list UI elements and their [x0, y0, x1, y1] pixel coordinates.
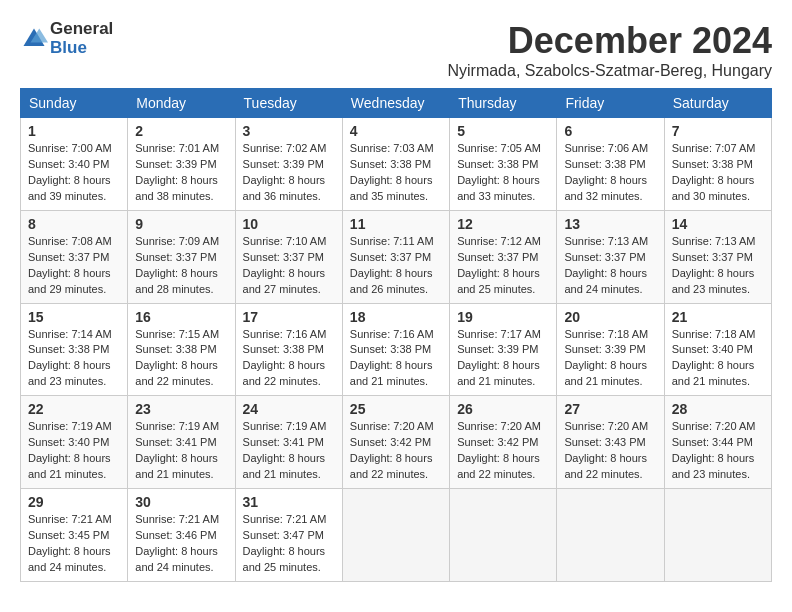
day-number: 11 — [350, 216, 442, 232]
calendar-header-row: SundayMondayTuesdayWednesdayThursdayFrid… — [21, 89, 772, 118]
calendar-day-cell: 27Sunrise: 7:20 AMSunset: 3:43 PMDayligh… — [557, 396, 664, 489]
day-number: 4 — [350, 123, 442, 139]
day-info: Sunrise: 7:15 AMSunset: 3:38 PMDaylight:… — [135, 327, 227, 391]
day-info: Sunrise: 7:18 AMSunset: 3:40 PMDaylight:… — [672, 327, 764, 391]
calendar-day-cell — [557, 489, 664, 582]
day-info: Sunrise: 7:00 AMSunset: 3:40 PMDaylight:… — [28, 141, 120, 205]
calendar-week-row: 29Sunrise: 7:21 AMSunset: 3:45 PMDayligh… — [21, 489, 772, 582]
calendar-day-cell: 1Sunrise: 7:00 AMSunset: 3:40 PMDaylight… — [21, 118, 128, 211]
logo-icon — [20, 25, 48, 53]
calendar-day-cell: 11Sunrise: 7:11 AMSunset: 3:37 PMDayligh… — [342, 210, 449, 303]
calendar-day-cell: 31Sunrise: 7:21 AMSunset: 3:47 PMDayligh… — [235, 489, 342, 582]
day-number: 23 — [135, 401, 227, 417]
day-number: 18 — [350, 309, 442, 325]
calendar-day-cell: 4Sunrise: 7:03 AMSunset: 3:38 PMDaylight… — [342, 118, 449, 211]
calendar-day-cell: 20Sunrise: 7:18 AMSunset: 3:39 PMDayligh… — [557, 303, 664, 396]
day-info: Sunrise: 7:21 AMSunset: 3:45 PMDaylight:… — [28, 512, 120, 576]
calendar-day-cell: 30Sunrise: 7:21 AMSunset: 3:46 PMDayligh… — [128, 489, 235, 582]
calendar-day-cell — [342, 489, 449, 582]
day-info: Sunrise: 7:16 AMSunset: 3:38 PMDaylight:… — [243, 327, 335, 391]
day-number: 25 — [350, 401, 442, 417]
day-header-sunday: Sunday — [21, 89, 128, 118]
day-number: 24 — [243, 401, 335, 417]
day-number: 3 — [243, 123, 335, 139]
day-number: 6 — [564, 123, 656, 139]
calendar-day-cell: 26Sunrise: 7:20 AMSunset: 3:42 PMDayligh… — [450, 396, 557, 489]
day-info: Sunrise: 7:14 AMSunset: 3:38 PMDaylight:… — [28, 327, 120, 391]
day-number: 12 — [457, 216, 549, 232]
calendar-day-cell: 23Sunrise: 7:19 AMSunset: 3:41 PMDayligh… — [128, 396, 235, 489]
day-number: 17 — [243, 309, 335, 325]
day-info: Sunrise: 7:13 AMSunset: 3:37 PMDaylight:… — [564, 234, 656, 298]
day-header-tuesday: Tuesday — [235, 89, 342, 118]
month-title: December 2024 — [447, 20, 772, 62]
logo-text: General Blue — [50, 20, 113, 57]
calendar-day-cell — [450, 489, 557, 582]
day-info: Sunrise: 7:20 AMSunset: 3:42 PMDaylight:… — [350, 419, 442, 483]
calendar-day-cell: 10Sunrise: 7:10 AMSunset: 3:37 PMDayligh… — [235, 210, 342, 303]
calendar-day-cell: 21Sunrise: 7:18 AMSunset: 3:40 PMDayligh… — [664, 303, 771, 396]
day-number: 27 — [564, 401, 656, 417]
day-info: Sunrise: 7:20 AMSunset: 3:44 PMDaylight:… — [672, 419, 764, 483]
calendar-week-row: 1Sunrise: 7:00 AMSunset: 3:40 PMDaylight… — [21, 118, 772, 211]
calendar-day-cell: 17Sunrise: 7:16 AMSunset: 3:38 PMDayligh… — [235, 303, 342, 396]
calendar-day-cell: 2Sunrise: 7:01 AMSunset: 3:39 PMDaylight… — [128, 118, 235, 211]
day-number: 10 — [243, 216, 335, 232]
day-info: Sunrise: 7:21 AMSunset: 3:46 PMDaylight:… — [135, 512, 227, 576]
calendar-week-row: 8Sunrise: 7:08 AMSunset: 3:37 PMDaylight… — [21, 210, 772, 303]
day-number: 16 — [135, 309, 227, 325]
day-info: Sunrise: 7:08 AMSunset: 3:37 PMDaylight:… — [28, 234, 120, 298]
calendar-week-row: 22Sunrise: 7:19 AMSunset: 3:40 PMDayligh… — [21, 396, 772, 489]
day-info: Sunrise: 7:09 AMSunset: 3:37 PMDaylight:… — [135, 234, 227, 298]
day-info: Sunrise: 7:05 AMSunset: 3:38 PMDaylight:… — [457, 141, 549, 205]
day-number: 7 — [672, 123, 764, 139]
calendar-day-cell: 9Sunrise: 7:09 AMSunset: 3:37 PMDaylight… — [128, 210, 235, 303]
day-info: Sunrise: 7:12 AMSunset: 3:37 PMDaylight:… — [457, 234, 549, 298]
day-header-monday: Monday — [128, 89, 235, 118]
page-header: General Blue December 2024 Nyirmada, Sza… — [20, 20, 772, 80]
calendar-day-cell: 6Sunrise: 7:06 AMSunset: 3:38 PMDaylight… — [557, 118, 664, 211]
calendar-day-cell: 25Sunrise: 7:20 AMSunset: 3:42 PMDayligh… — [342, 396, 449, 489]
day-number: 5 — [457, 123, 549, 139]
day-number: 19 — [457, 309, 549, 325]
day-number: 28 — [672, 401, 764, 417]
day-number: 2 — [135, 123, 227, 139]
day-info: Sunrise: 7:02 AMSunset: 3:39 PMDaylight:… — [243, 141, 335, 205]
day-info: Sunrise: 7:19 AMSunset: 3:41 PMDaylight:… — [135, 419, 227, 483]
day-info: Sunrise: 7:10 AMSunset: 3:37 PMDaylight:… — [243, 234, 335, 298]
calendar-day-cell: 13Sunrise: 7:13 AMSunset: 3:37 PMDayligh… — [557, 210, 664, 303]
calendar-day-cell: 7Sunrise: 7:07 AMSunset: 3:38 PMDaylight… — [664, 118, 771, 211]
day-number: 29 — [28, 494, 120, 510]
day-number: 8 — [28, 216, 120, 232]
day-header-thursday: Thursday — [450, 89, 557, 118]
day-number: 26 — [457, 401, 549, 417]
day-number: 1 — [28, 123, 120, 139]
day-info: Sunrise: 7:19 AMSunset: 3:41 PMDaylight:… — [243, 419, 335, 483]
day-header-saturday: Saturday — [664, 89, 771, 118]
day-info: Sunrise: 7:21 AMSunset: 3:47 PMDaylight:… — [243, 512, 335, 576]
calendar-day-cell: 15Sunrise: 7:14 AMSunset: 3:38 PMDayligh… — [21, 303, 128, 396]
title-section: December 2024 Nyirmada, Szabolcs-Szatmar… — [447, 20, 772, 80]
day-info: Sunrise: 7:17 AMSunset: 3:39 PMDaylight:… — [457, 327, 549, 391]
day-info: Sunrise: 7:07 AMSunset: 3:38 PMDaylight:… — [672, 141, 764, 205]
day-info: Sunrise: 7:20 AMSunset: 3:42 PMDaylight:… — [457, 419, 549, 483]
calendar-day-cell: 16Sunrise: 7:15 AMSunset: 3:38 PMDayligh… — [128, 303, 235, 396]
calendar-day-cell: 19Sunrise: 7:17 AMSunset: 3:39 PMDayligh… — [450, 303, 557, 396]
logo-blue: Blue — [50, 38, 87, 57]
calendar-day-cell: 29Sunrise: 7:21 AMSunset: 3:45 PMDayligh… — [21, 489, 128, 582]
calendar-day-cell: 12Sunrise: 7:12 AMSunset: 3:37 PMDayligh… — [450, 210, 557, 303]
day-info: Sunrise: 7:19 AMSunset: 3:40 PMDaylight:… — [28, 419, 120, 483]
day-number: 14 — [672, 216, 764, 232]
day-header-wednesday: Wednesday — [342, 89, 449, 118]
day-info: Sunrise: 7:18 AMSunset: 3:39 PMDaylight:… — [564, 327, 656, 391]
calendar-day-cell: 8Sunrise: 7:08 AMSunset: 3:37 PMDaylight… — [21, 210, 128, 303]
day-info: Sunrise: 7:13 AMSunset: 3:37 PMDaylight:… — [672, 234, 764, 298]
day-number: 22 — [28, 401, 120, 417]
day-info: Sunrise: 7:16 AMSunset: 3:38 PMDaylight:… — [350, 327, 442, 391]
calendar-day-cell — [664, 489, 771, 582]
logo: General Blue — [20, 20, 113, 57]
calendar-day-cell: 18Sunrise: 7:16 AMSunset: 3:38 PMDayligh… — [342, 303, 449, 396]
day-info: Sunrise: 7:11 AMSunset: 3:37 PMDaylight:… — [350, 234, 442, 298]
location: Nyirmada, Szabolcs-Szatmar-Bereg, Hungar… — [447, 62, 772, 80]
day-info: Sunrise: 7:06 AMSunset: 3:38 PMDaylight:… — [564, 141, 656, 205]
